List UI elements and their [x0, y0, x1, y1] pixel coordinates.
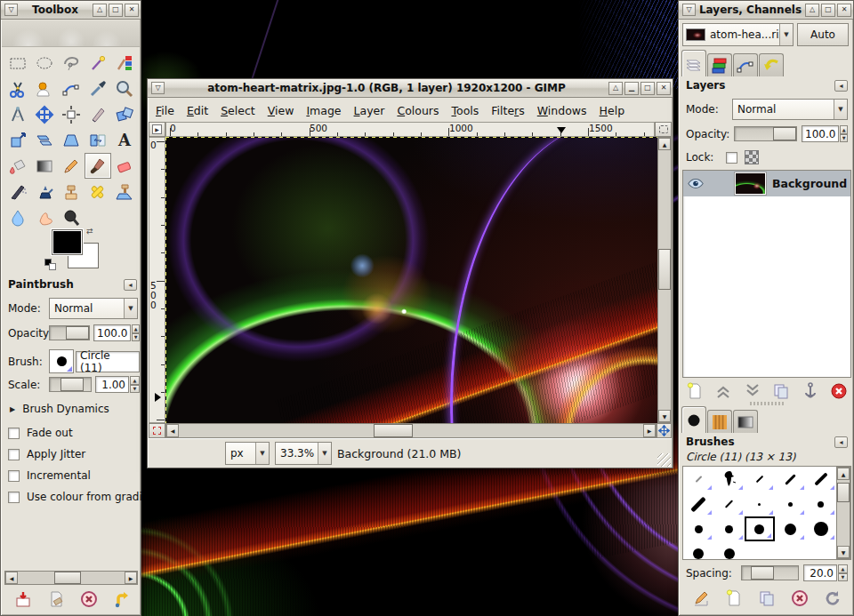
brush-dynamics-expander[interactable]: ▶ Brush Dynamics	[10, 403, 139, 415]
incremental-checkbox[interactable]	[8, 470, 20, 482]
tab-layers[interactable]	[681, 50, 706, 76]
brush-dot-16[interactable]	[806, 516, 836, 541]
brush-dash-m[interactable]	[745, 467, 775, 492]
horizontal-ruler[interactable]: 050010001500	[165, 122, 655, 137]
menu-help[interactable]: Help	[593, 101, 632, 120]
tool-rotate[interactable]	[111, 101, 138, 127]
spin-arrows[interactable]: ▲▼	[840, 125, 848, 142]
tool-text[interactable]: A	[111, 127, 138, 153]
visibility-eye-icon[interactable]	[687, 178, 705, 189]
menu-edit[interactable]: Edit	[181, 101, 214, 120]
spin-arrows[interactable]: ▲▼	[130, 376, 140, 393]
default-colors-icon[interactable]	[44, 259, 57, 271]
spin-arrows[interactable]: ▲▼	[132, 324, 140, 341]
new-brush-button[interactable]	[722, 588, 745, 609]
menu-view[interactable]: View	[262, 101, 301, 120]
quick-mask-toggle[interactable]	[149, 423, 165, 438]
scroll-right-icon[interactable]: ▶	[125, 572, 137, 584]
brush-dot-3[interactable]	[745, 492, 775, 516]
menu-select[interactable]: Select	[214, 101, 262, 120]
tab-channels[interactable]	[707, 53, 732, 76]
maximize-button[interactable]: □	[109, 4, 123, 17]
menu-layer[interactable]: Layer	[348, 101, 391, 120]
window-menu-icon[interactable]: ▽	[682, 4, 696, 16]
scale-slider[interactable]	[49, 377, 92, 392]
menu-colours[interactable]: Colours	[391, 101, 445, 120]
dock-titlebar[interactable]: ▽ Layers, Channels △ □ ✕	[679, 1, 853, 20]
option-apply-jitter[interactable]: Apply Jitter	[8, 444, 141, 465]
resize-grip[interactable]	[657, 453, 671, 467]
tool-scale[interactable]	[4, 127, 31, 153]
spacing-slider[interactable]	[741, 565, 799, 580]
maximize-button[interactable]: □	[821, 4, 835, 17]
image-window-titlebar[interactable]: ▽ atom-heart-matrix.jpg-1.0 (RGB, 1 laye…	[148, 79, 673, 98]
unit-select[interactable]: px ▼	[225, 442, 270, 465]
scroll-down-icon[interactable]: ▼	[658, 410, 671, 422]
navigation-button[interactable]	[657, 423, 672, 438]
tab-brushes[interactable]	[681, 406, 706, 433]
tool-foreground-select[interactable]	[31, 76, 58, 101]
opacity-slider[interactable]	[49, 325, 90, 340]
toolbox-drag-area[interactable]	[2, 20, 140, 47]
brush-dash-m2[interactable]	[713, 492, 744, 516]
auto-button[interactable]: Auto	[797, 23, 849, 46]
image-selector[interactable]: atom-hea...rix.jpg-1 ▼	[682, 23, 794, 46]
tool-options-scrollbar[interactable]: ◀ ▶	[4, 571, 138, 585]
scale-spinner[interactable]: 1.00 ▲▼	[95, 376, 140, 393]
brush-stroke-l[interactable]	[806, 467, 836, 492]
tool-select-by-color[interactable]	[111, 50, 138, 76]
menu-filters[interactable]: Filters	[485, 101, 530, 120]
scroll-up-icon[interactable]: ▲	[837, 468, 850, 480]
brush-stroke-xl[interactable]	[683, 492, 713, 516]
tool-scissors-select[interactable]	[4, 76, 31, 101]
vertical-ruler[interactable]: 0500	[149, 137, 165, 423]
foreground-color-swatch[interactable]	[52, 229, 83, 255]
tool-measure[interactable]	[4, 101, 31, 127]
window-menu-icon[interactable]: ▽	[4, 4, 18, 16]
image-canvas[interactable]	[165, 137, 657, 423]
option-use-colour-from-gradient[interactable]: Use colour from gradient	[8, 486, 141, 508]
lower-layer-button[interactable]	[740, 381, 765, 401]
raise-layer-button[interactable]	[711, 381, 736, 401]
zoom-follow-window-button[interactable]	[655, 122, 672, 137]
spacing-spinner[interactable]: 20.0 ▲▼	[803, 564, 848, 581]
tool-paths[interactable]	[58, 76, 85, 101]
scroll-down-icon[interactable]: ▼	[837, 546, 850, 558]
zoom-select[interactable]: 33.3% ▼	[275, 442, 332, 465]
restore-options-button[interactable]	[44, 588, 68, 610]
layer-opacity-slider[interactable]	[734, 126, 797, 141]
spin-arrows[interactable]: ▲▼	[838, 564, 848, 581]
tool-flip[interactable]	[85, 127, 111, 153]
opacity-spinner[interactable]: 100.0 ▲▼	[93, 324, 140, 341]
menu-windows[interactable]: Windows	[531, 101, 593, 120]
delete-options-button[interactable]	[77, 588, 101, 610]
tool-move[interactable]	[31, 101, 58, 127]
shade-button[interactable]: △	[608, 82, 623, 95]
horizontal-scrollbar[interactable]: ◀ ▶	[165, 423, 657, 438]
new-layer-button[interactable]	[682, 381, 707, 401]
paint-mode-select[interactable]: Normal ▼	[49, 298, 138, 319]
duplicate-layer-button[interactable]	[769, 381, 794, 401]
brush-grid-scrollbar[interactable]: ▲ ▼	[836, 467, 850, 559]
tool-rectangle-select[interactable]	[4, 50, 31, 76]
menu-file[interactable]: File	[149, 101, 181, 120]
scroll-right-icon[interactable]: ▶	[643, 424, 656, 437]
vertical-scrollbar[interactable]: ▲ ▼	[657, 137, 672, 423]
shade-button[interactable]: △	[93, 4, 107, 17]
tab-undo-history[interactable]	[759, 53, 784, 76]
rollup-icon[interactable]: ◂	[834, 80, 848, 92]
close-button[interactable]: ✕	[125, 4, 139, 17]
tool-crop[interactable]	[85, 101, 111, 127]
canvas-menu-button[interactable]: ▶	[149, 122, 165, 137]
brush-dash-s[interactable]	[683, 467, 713, 492]
minimize-button[interactable]: ▁	[624, 82, 639, 95]
close-button[interactable]: ✕	[657, 82, 671, 95]
toolbox-titlebar[interactable]: ▽ Toolbox △ □ ✕	[1, 1, 141, 20]
dock-splitter[interactable]	[750, 402, 784, 405]
duplicate-brush-button[interactable]	[755, 588, 778, 609]
window-menu-icon[interactable]: ▽	[151, 82, 165, 94]
scroll-left-icon[interactable]: ◀	[5, 572, 18, 584]
tool-bucket-fill[interactable]	[4, 153, 31, 179]
scroll-left-icon[interactable]: ◀	[166, 424, 179, 437]
tool-airbrush[interactable]	[4, 179, 31, 204]
